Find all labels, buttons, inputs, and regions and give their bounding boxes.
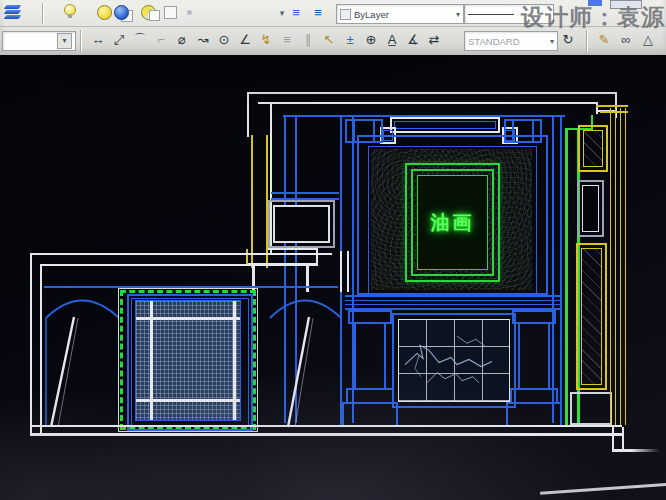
layer-tools-icons: ≡≡ <box>286 3 328 23</box>
dim-continue-icon[interactable]: ∥ <box>298 30 318 50</box>
dim-diameter-icon[interactable]: ⌀ <box>172 30 192 50</box>
screen: { "watermark": { "text": "设计师：袁源" }, "ui… <box>0 0 666 500</box>
triangle-solid-icon[interactable]: ▲ <box>660 30 666 50</box>
layer-previous-icon[interactable]: ≡ <box>286 3 306 23</box>
dim-ordinate-icon[interactable]: ⌐ <box>151 30 171 50</box>
yellow-circle-icon[interactable] <box>94 2 114 22</box>
decor <box>586 30 588 52</box>
dim-angular-icon[interactable]: ∠ <box>235 30 255 50</box>
dot-icon <box>179 2 199 22</box>
watermark: 设计师：袁源 <box>521 2 665 33</box>
layers-stack-icon[interactable] <box>3 4 23 24</box>
dim-arc-length-icon[interactable]: ⌒ <box>130 30 150 50</box>
color-dropdown[interactable]: ByLayer ▾ <box>336 4 464 24</box>
dim-update-icon[interactable]: ⇄ <box>424 30 444 50</box>
decor <box>149 10 160 21</box>
triangle-outline-icon[interactable]: △ <box>638 30 658 50</box>
decor <box>136 317 240 320</box>
dim-linear-icon[interactable]: ↔ <box>88 30 108 50</box>
floor-line <box>30 425 622 427</box>
color-swatch <box>340 9 351 20</box>
decor <box>51 317 74 427</box>
layer-states-icon[interactable]: ≡ <box>308 3 328 23</box>
dim-jogged-icon[interactable]: ↝ <box>193 30 213 50</box>
dimstyle-value: STANDARD <box>468 36 520 47</box>
edit-pencil-icon[interactable]: ✎ <box>594 30 614 50</box>
decor <box>270 301 341 319</box>
layer-combo[interactable]: ▾ <box>2 31 76 51</box>
decor <box>164 6 177 19</box>
apply-icon-slot: ↻ <box>558 30 578 50</box>
decor <box>114 5 129 20</box>
dim-edit-icon[interactable]: A̲ <box>382 30 402 50</box>
decor <box>46 301 119 319</box>
decor <box>136 399 240 402</box>
decor <box>622 427 624 451</box>
caret-icon: ▾ <box>550 37 554 46</box>
decor <box>80 30 82 52</box>
freeze-layer-icon[interactable] <box>139 2 159 22</box>
decor <box>4 5 22 9</box>
decor <box>612 427 614 451</box>
decor <box>4 15 22 19</box>
cad-canvas[interactable]: 油画 <box>0 55 666 500</box>
dim-baseline-icon[interactable]: ≡ <box>277 30 297 50</box>
decor <box>58 318 78 427</box>
caret-icon: ▾ <box>456 10 460 19</box>
decor <box>97 5 112 20</box>
decor <box>187 10 192 15</box>
linetype-preview-icon <box>468 14 514 15</box>
decor <box>612 449 660 452</box>
chain-links-icon[interactable]: ∞ <box>616 30 636 50</box>
quick-leader-icon[interactable]: ↖ <box>319 30 339 50</box>
dim-toolbar-icons: ↔⤢⌒⌐⌀↝⊙∠↯≡∥↖±⊕A̲∡⇄ <box>88 30 444 50</box>
modify-toolbar-icons: ✎∞△▲ <box>594 30 666 50</box>
dim-radius-icon[interactable]: ⊙ <box>214 30 234 50</box>
decor <box>288 317 309 427</box>
floor-line <box>30 433 622 436</box>
dimstyle-dropdown[interactable]: STANDARD ▾ <box>464 31 558 51</box>
tolerance-icon[interactable]: ± <box>340 30 360 50</box>
color-dropdown-value: ByLayer <box>354 9 389 20</box>
dim-text-angle-icon[interactable]: ∡ <box>403 30 423 50</box>
blue-sphere-icon[interactable] <box>112 2 132 22</box>
decor <box>64 4 76 16</box>
decor <box>42 3 44 24</box>
quick-dimension-icon[interactable]: ↯ <box>256 30 276 50</box>
square-outline-icon[interactable] <box>160 2 180 22</box>
dimstyle-apply-icon[interactable]: ↻ <box>558 30 578 50</box>
decor <box>4 10 22 14</box>
center-mark-icon[interactable]: ⊕ <box>361 30 381 50</box>
dim-aligned-icon[interactable]: ⤢ <box>109 30 129 50</box>
caret-icon[interactable]: ▾ <box>57 33 72 49</box>
lightbulb-icon[interactable] <box>60 2 80 22</box>
